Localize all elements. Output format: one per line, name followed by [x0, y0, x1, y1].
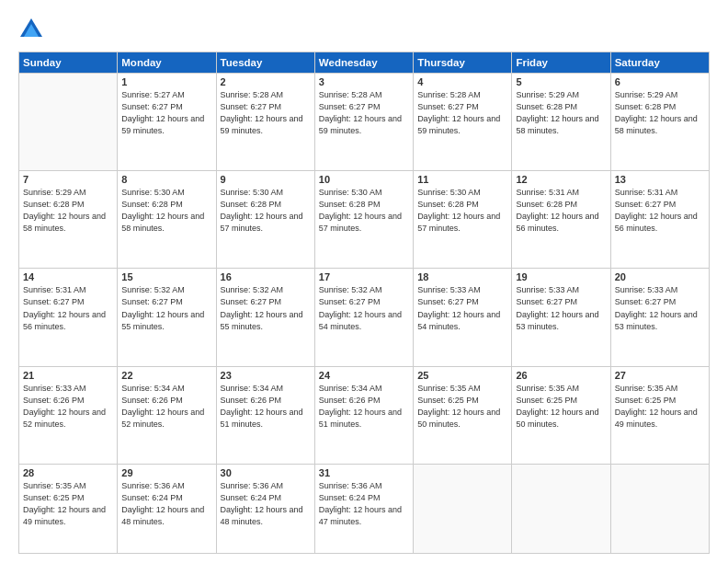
day-info: Sunrise: 5:34 AMSunset: 6:26 PMDaylight:…: [121, 383, 211, 431]
logo-icon: [18, 17, 44, 42]
day-number: 20: [615, 271, 705, 282]
col-header-wednesday: Wednesday: [314, 52, 413, 74]
day-info: Sunrise: 5:32 AMSunset: 6:27 PMDaylight:…: [121, 284, 211, 332]
day-info: Sunrise: 5:35 AMSunset: 6:25 PMDaylight:…: [23, 480, 113, 528]
col-header-tuesday: Tuesday: [216, 52, 314, 74]
day-number: 2: [221, 76, 311, 87]
day-number: 14: [23, 271, 113, 282]
day-info: Sunrise: 5:36 AMSunset: 6:24 PMDaylight:…: [319, 480, 409, 528]
day-number: 12: [516, 174, 606, 185]
day-info: Sunrise: 5:36 AMSunset: 6:24 PMDaylight:…: [221, 480, 311, 528]
calendar-cell: 11Sunrise: 5:30 AMSunset: 6:28 PMDayligh…: [414, 171, 512, 269]
day-info: Sunrise: 5:28 AMSunset: 6:27 PMDaylight:…: [221, 89, 311, 137]
calendar-cell: 13Sunrise: 5:31 AMSunset: 6:27 PMDayligh…: [610, 171, 709, 269]
day-number: 15: [121, 271, 211, 282]
day-info: Sunrise: 5:31 AMSunset: 6:28 PMDaylight:…: [516, 187, 606, 235]
day-info: Sunrise: 5:33 AMSunset: 6:27 PMDaylight:…: [615, 284, 705, 332]
calendar: SundayMondayTuesdayWednesdayThursdayFrid…: [18, 52, 710, 554]
calendar-cell: 8Sunrise: 5:30 AMSunset: 6:28 PMDaylight…: [118, 171, 216, 269]
calendar-cell: 16Sunrise: 5:32 AMSunset: 6:27 PMDayligh…: [216, 269, 314, 366]
calendar-cell: 19Sunrise: 5:33 AMSunset: 6:27 PMDayligh…: [512, 269, 610, 366]
calendar-cell: 7Sunrise: 5:29 AMSunset: 6:28 PMDaylight…: [19, 171, 118, 269]
day-number: 28: [23, 467, 113, 478]
day-number: 13: [615, 174, 705, 185]
day-info: Sunrise: 5:33 AMSunset: 6:26 PMDaylight:…: [23, 383, 113, 431]
calendar-cell: 28Sunrise: 5:35 AMSunset: 6:25 PMDayligh…: [19, 464, 118, 553]
day-info: Sunrise: 5:35 AMSunset: 6:25 PMDaylight:…: [615, 383, 705, 431]
calendar-cell: [414, 464, 512, 553]
day-number: 8: [121, 174, 211, 185]
calendar-cell: 9Sunrise: 5:30 AMSunset: 6:28 PMDaylight…: [216, 171, 314, 269]
day-number: 24: [319, 370, 409, 381]
col-header-sunday: Sunday: [19, 52, 118, 74]
day-number: 4: [417, 76, 507, 87]
col-header-saturday: Saturday: [610, 52, 709, 74]
day-number: 3: [319, 76, 409, 87]
day-info: Sunrise: 5:28 AMSunset: 6:27 PMDaylight:…: [319, 89, 409, 137]
day-info: Sunrise: 5:31 AMSunset: 6:27 PMDaylight:…: [615, 187, 705, 235]
day-info: Sunrise: 5:32 AMSunset: 6:27 PMDaylight:…: [221, 284, 311, 332]
calendar-cell: 29Sunrise: 5:36 AMSunset: 6:24 PMDayligh…: [118, 464, 216, 553]
calendar-cell: [512, 464, 610, 553]
day-number: 26: [516, 370, 606, 381]
day-number: 31: [319, 467, 409, 478]
day-info: Sunrise: 5:30 AMSunset: 6:28 PMDaylight:…: [417, 187, 507, 235]
calendar-cell: 31Sunrise: 5:36 AMSunset: 6:24 PMDayligh…: [314, 464, 413, 553]
col-header-monday: Monday: [118, 52, 216, 74]
calendar-cell: [610, 464, 709, 553]
calendar-cell: 15Sunrise: 5:32 AMSunset: 6:27 PMDayligh…: [118, 269, 216, 366]
calendar-cell: 24Sunrise: 5:34 AMSunset: 6:26 PMDayligh…: [314, 366, 413, 464]
day-info: Sunrise: 5:36 AMSunset: 6:24 PMDaylight:…: [121, 480, 211, 528]
calendar-cell: 3Sunrise: 5:28 AMSunset: 6:27 PMDaylight…: [314, 74, 413, 171]
calendar-cell: 21Sunrise: 5:33 AMSunset: 6:26 PMDayligh…: [19, 366, 118, 464]
calendar-cell: 20Sunrise: 5:33 AMSunset: 6:27 PMDayligh…: [610, 269, 709, 366]
day-number: 16: [221, 271, 311, 282]
day-info: Sunrise: 5:30 AMSunset: 6:28 PMDaylight:…: [221, 187, 311, 235]
day-number: 25: [417, 370, 507, 381]
calendar-cell: 22Sunrise: 5:34 AMSunset: 6:26 PMDayligh…: [118, 366, 216, 464]
day-info: Sunrise: 5:30 AMSunset: 6:28 PMDaylight:…: [121, 187, 211, 235]
calendar-cell: 25Sunrise: 5:35 AMSunset: 6:25 PMDayligh…: [414, 366, 512, 464]
day-number: 9: [221, 174, 311, 185]
col-header-friday: Friday: [512, 52, 610, 74]
day-info: Sunrise: 5:28 AMSunset: 6:27 PMDaylight:…: [417, 89, 507, 137]
day-number: 7: [23, 174, 113, 185]
day-info: Sunrise: 5:33 AMSunset: 6:27 PMDaylight:…: [516, 284, 606, 332]
day-info: Sunrise: 5:29 AMSunset: 6:28 PMDaylight:…: [23, 187, 113, 235]
calendar-cell: [19, 74, 118, 171]
day-number: 18: [417, 271, 507, 282]
day-number: 6: [615, 76, 705, 87]
col-header-thursday: Thursday: [414, 52, 512, 74]
day-number: 17: [319, 271, 409, 282]
day-number: 23: [221, 370, 311, 381]
day-info: Sunrise: 5:34 AMSunset: 6:26 PMDaylight:…: [221, 383, 311, 431]
day-number: 30: [221, 467, 311, 478]
calendar-cell: 10Sunrise: 5:30 AMSunset: 6:28 PMDayligh…: [314, 171, 413, 269]
calendar-cell: 1Sunrise: 5:27 AMSunset: 6:27 PMDaylight…: [118, 74, 216, 171]
header: [18, 17, 710, 42]
day-number: 21: [23, 370, 113, 381]
day-number: 29: [121, 467, 211, 478]
day-info: Sunrise: 5:30 AMSunset: 6:28 PMDaylight:…: [319, 187, 409, 235]
logo: [18, 17, 50, 42]
day-info: Sunrise: 5:32 AMSunset: 6:27 PMDaylight:…: [319, 284, 409, 332]
day-info: Sunrise: 5:29 AMSunset: 6:28 PMDaylight:…: [516, 89, 606, 137]
calendar-cell: 23Sunrise: 5:34 AMSunset: 6:26 PMDayligh…: [216, 366, 314, 464]
calendar-cell: 6Sunrise: 5:29 AMSunset: 6:28 PMDaylight…: [610, 74, 709, 171]
day-info: Sunrise: 5:35 AMSunset: 6:25 PMDaylight:…: [516, 383, 606, 431]
day-number: 11: [417, 174, 507, 185]
calendar-cell: 2Sunrise: 5:28 AMSunset: 6:27 PMDaylight…: [216, 74, 314, 171]
day-number: 19: [516, 271, 606, 282]
day-number: 1: [121, 76, 211, 87]
page: SundayMondayTuesdayWednesdayThursdayFrid…: [0, 0, 728, 563]
calendar-cell: 26Sunrise: 5:35 AMSunset: 6:25 PMDayligh…: [512, 366, 610, 464]
calendar-cell: 18Sunrise: 5:33 AMSunset: 6:27 PMDayligh…: [414, 269, 512, 366]
day-info: Sunrise: 5:31 AMSunset: 6:27 PMDaylight:…: [23, 284, 113, 332]
calendar-cell: 5Sunrise: 5:29 AMSunset: 6:28 PMDaylight…: [512, 74, 610, 171]
calendar-cell: 30Sunrise: 5:36 AMSunset: 6:24 PMDayligh…: [216, 464, 314, 553]
day-number: 10: [319, 174, 409, 185]
calendar-cell: 14Sunrise: 5:31 AMSunset: 6:27 PMDayligh…: [19, 269, 118, 366]
day-number: 5: [516, 76, 606, 87]
day-info: Sunrise: 5:34 AMSunset: 6:26 PMDaylight:…: [319, 383, 409, 431]
day-info: Sunrise: 5:35 AMSunset: 6:25 PMDaylight:…: [417, 383, 507, 431]
